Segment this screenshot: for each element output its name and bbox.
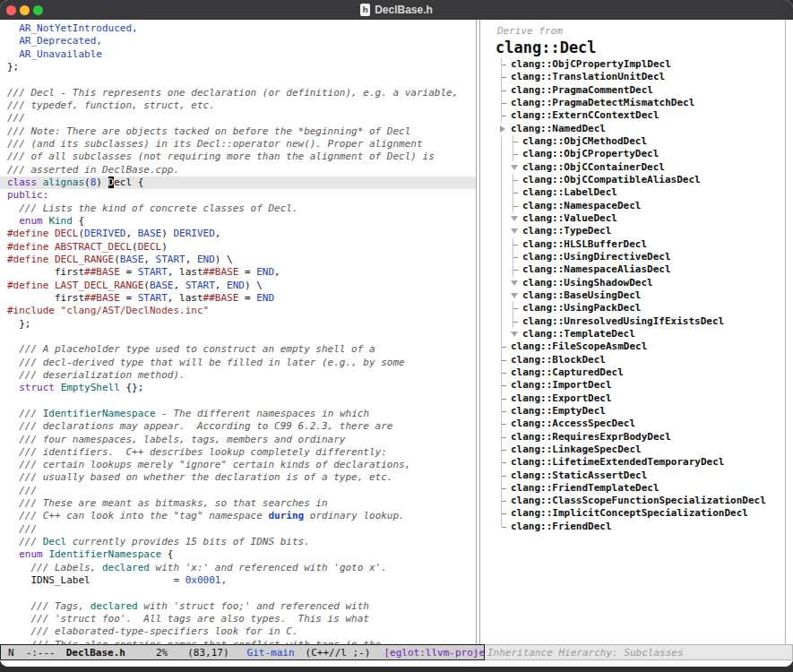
hierarchy-item-label: clang::BaseUsingDecl [522,289,641,302]
tree-branch-icon [497,418,509,430]
chevron-down-icon[interactable] [509,212,521,225]
document-icon: h [360,4,370,16]
hierarchy-item[interactable]: clang::PragmaCommentDecl [497,84,793,97]
chevron-down-icon[interactable] [509,277,521,289]
hierarchy-item[interactable]: clang::UsingDirectiveDecl [497,251,793,263]
major-mode[interactable]: (C++//l ;-) [306,647,371,659]
hierarchy-item[interactable]: clang::ObjCMethodDecl [497,135,793,148]
hierarchy-item[interactable]: clang::RequiresExprBodyDecl [497,431,793,444]
hierarchy-item[interactable]: clang::FriendDecl [497,521,793,533]
tree-branch-icon [509,315,521,328]
buffer-status-flags: -:--- [26,647,56,659]
buffer-name[interactable]: DeclBase.h [66,647,125,659]
chevron-down-icon[interactable] [509,225,521,237]
code-line: /// (and its subclasses) in its Decl::op… [0,138,476,151]
tree-branch-icon [509,263,521,276]
code-line: /// decl-derived type that will be fille… [0,357,476,369]
tree-guide-line [497,328,509,340]
tree-guide-line [497,148,509,160]
modeline-inactive: Inheritance Hierarchy: Subclasses [485,644,793,660]
hierarchy-item-label: clang::RequiresExprBodyDecl [511,431,671,444]
hierarchy-item[interactable]: clang::NamedDecl [497,123,793,135]
hierarchy-item[interactable]: clang::LifetimeExtendedTemporaryDecl [497,456,793,469]
tree-branch-icon [497,84,509,97]
hierarchy-item-label: clang::UsingShadowDecl [522,277,653,289]
code-line: #define DECL_RANGE(BASE, START, END) \ [0,254,476,266]
hierarchy-item-label: clang::UsingDirectiveDecl [522,251,671,263]
hierarchy-item[interactable]: clang::NamespaceDecl [497,200,793,212]
hierarchy-item[interactable]: clang::UnresolvedUsingIfExistsDecl [497,315,793,328]
tree-branch-icon [509,200,521,212]
code-line: /// certain lookups merely "ignore" cert… [0,459,476,471]
hierarchy-item[interactable]: clang::ValueDecl [497,212,793,225]
hierarchy-item[interactable]: clang::ObjCPropertyDecl [497,148,793,160]
hierarchy-item[interactable]: clang::ObjCContainerDecl [497,161,793,174]
hierarchy-item-label: clang::HLSLBufferDecl [522,238,647,251]
git-branch[interactable]: Git-main [247,647,295,659]
hierarchy-item[interactable]: clang::FileScopeAsmDecl [497,340,793,353]
hierarchy-item[interactable]: clang::ExportDecl [497,392,793,405]
tree-branch-icon [509,302,521,314]
hierarchy-item[interactable]: clang::ClassScopeFunctionSpecializationD… [497,495,793,507]
hierarchy-item-label: clang::ImplicitConceptSpecializationDecl [511,507,748,520]
tree-branch-icon [497,340,509,353]
chevron-down-icon[interactable] [509,328,521,340]
hierarchy-item[interactable]: clang::StaticAssertDecl [497,470,793,482]
hierarchy-item[interactable]: clang::BaseUsingDecl [497,289,793,302]
window-title-group: h DeclBase.h [360,4,433,16]
zoom-window-button[interactable] [33,5,43,15]
chevron-right-icon[interactable] [497,123,509,135]
hierarchy-item[interactable]: clang::BlockDecl [497,354,793,366]
hierarchy-item[interactable]: clang::LinkageSpecDecl [497,444,793,456]
hierarchy-item[interactable]: clang::TemplateDecl [497,328,793,340]
hierarchy-item[interactable]: clang::NamespaceAliasDecl [497,263,793,276]
code-line: #define ABSTRACT_DECL(DECL) [0,241,476,254]
tree-guide-line [497,186,509,199]
echo-area[interactable] [0,660,793,667]
tree-branch-icon [497,482,509,495]
code-line: first##BASE = START, last##BASE = END, [0,266,476,279]
hierarchy-item[interactable]: clang::ObjCCompatibleAliasDecl [497,174,793,186]
tree-branch-icon [497,97,509,109]
tree-branch-icon [509,135,521,148]
hierarchy-item-label: clang::UnresolvedUsingIfExistsDecl [522,315,724,328]
hierarchy-item[interactable]: clang::EmptyDecl [497,405,793,418]
hierarchy-item[interactable]: clang::CapturedDecl [497,366,793,379]
code-line: #include "clang/AST/DeclNodes.inc" [0,305,476,317]
hierarchy-buffer-name: Inheritance Hierarchy: Subclasses [487,647,684,659]
hierarchy-item-label: clang::ImportDecl [511,379,612,392]
hierarchy-root-class[interactable]: clang::Decl [496,39,793,57]
close-window-button[interactable] [6,5,16,15]
minimize-window-button[interactable] [20,5,30,15]
hierarchy-item[interactable]: clang::UsingShadowDecl [497,277,793,289]
code-line: }; [0,61,476,73]
hierarchy-item[interactable]: clang::ImportDecl [497,379,793,392]
code-lines: AR_NotYetIntroduced, AR_Deprecated, AR_U… [0,22,476,644]
hierarchy-item[interactable]: clang::FriendTemplateDecl [497,482,793,495]
hierarchy-item[interactable]: clang::UsingPackDecl [497,302,793,314]
traffic-lights [6,0,43,20]
eglot-status[interactable]: [eglot:llvm-project] [384,647,485,659]
pane-divider[interactable] [476,20,485,644]
chevron-down-icon[interactable] [509,161,521,174]
code-line: /// deserialization method). [0,369,476,382]
hierarchy-item[interactable]: clang::TranslationUnitDecl [497,71,793,83]
code-editor[interactable]: AR_NotYetIntroduced, AR_Deprecated, AR_U… [0,20,476,644]
hierarchy-item[interactable]: clang::HLSLBufferDecl [497,238,793,251]
hierarchy-item[interactable]: clang::ImplicitConceptSpecializationDecl [497,507,793,520]
cursor-position: (83,17) [187,647,228,659]
hierarchy-item-label: clang::ObjCPropertyDecl [522,148,659,160]
hierarchy-item[interactable]: clang::PragmaDetectMismatchDecl [497,97,793,109]
modeline-active: N -:--- DeclBase.h 2% (83,17) Git-main (… [0,644,485,660]
hierarchy-item[interactable]: clang::AccessSpecDecl [497,418,793,430]
hierarchy-item[interactable]: clang::ObjCPropertyImplDecl [497,58,793,71]
hierarchy-item[interactable]: clang::LabelDecl [497,186,793,199]
code-line: AR_Unavailable [0,48,476,61]
main-content: AR_NotYetIntroduced, AR_Deprecated, AR_U… [0,20,793,644]
hierarchy-item-label: clang::ObjCContainerDecl [522,161,665,174]
code-line: /// A placeholder type used to construct… [0,343,476,356]
chevron-down-icon[interactable] [509,289,521,302]
hierarchy-item[interactable]: clang::TypeDecl [497,225,793,237]
hierarchy-item[interactable]: clang::ExternCContextDecl [497,109,793,122]
evil-state-indicator: N [8,647,14,659]
